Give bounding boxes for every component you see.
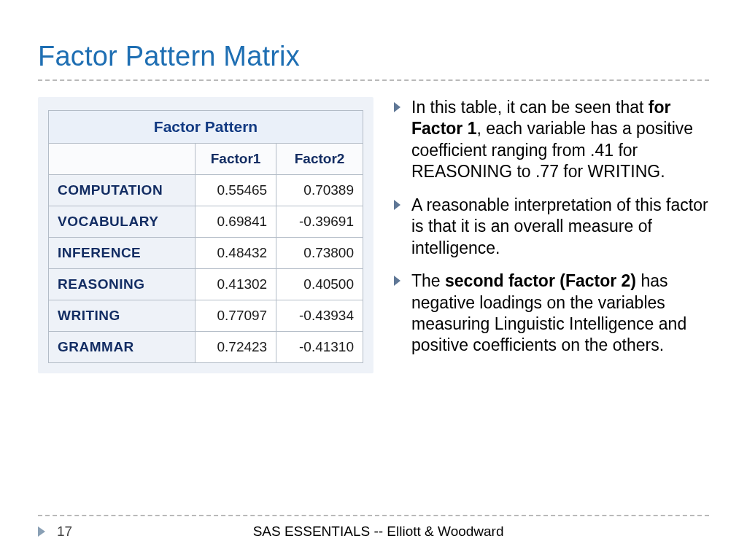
footer: 17 SAS ESSENTIALS -- Elliott & Woodward — [38, 515, 709, 540]
left-column: Factor Pattern Factor1 Factor2 COMPUTATI… — [38, 97, 374, 373]
row-label: REASONING — [49, 269, 196, 300]
table-header-row: Factor1 Factor2 — [49, 144, 363, 175]
cell-f2: 0.73800 — [276, 238, 363, 269]
table-header-blank — [49, 144, 196, 175]
text: In this table, it can be seen that — [411, 98, 649, 117]
title-divider — [38, 79, 709, 81]
cell-f1: 0.77097 — [195, 300, 276, 332]
row-label: WRITING — [49, 300, 196, 332]
table-row: VOCABULARY 0.69841 -0.39691 — [49, 206, 363, 238]
table-row: COMPUTATION 0.55465 0.70389 — [49, 175, 363, 206]
slide: Factor Pattern Matrix Factor Pattern Fac… — [0, 0, 747, 560]
table-caption-row: Factor Pattern — [49, 111, 363, 144]
page-number: 17 — [57, 524, 72, 540]
cell-f1: 0.69841 — [195, 206, 276, 238]
cell-f1: 0.41302 — [195, 269, 276, 300]
cell-f1: 0.72423 — [195, 332, 276, 363]
table-caption: Factor Pattern — [49, 111, 363, 144]
table-row: INFERENCE 0.48432 0.73800 — [49, 238, 363, 269]
chevron-right-icon — [38, 526, 45, 537]
footer-divider — [38, 515, 709, 516]
row-label: GRAMMAR — [49, 332, 196, 363]
table-row: WRITING 0.77097 -0.43934 — [49, 300, 363, 332]
table-row: GRAMMAR 0.72423 -0.41310 — [49, 332, 363, 363]
content-row: Factor Pattern Factor1 Factor2 COMPUTATI… — [38, 97, 709, 373]
row-label: COMPUTATION — [49, 175, 196, 206]
footer-source: SAS ESSENTIALS -- Elliott & Woodward — [101, 524, 655, 540]
slide-title: Factor Pattern Matrix — [38, 41, 709, 72]
bullet-list: In this table, it can be seen that for F… — [391, 97, 709, 357]
text: A reasonable interpretation of this fact… — [411, 195, 708, 257]
table-header-f2: Factor2 — [276, 144, 363, 175]
table-container: Factor Pattern Factor1 Factor2 COMPUTATI… — [38, 97, 374, 373]
bullet-item-3: The second factor (Factor 2) has negativ… — [391, 271, 709, 357]
bullet-item-1: In this table, it can be seen that for F… — [391, 97, 709, 183]
cell-f2: 0.40500 — [276, 269, 363, 300]
right-column: In this table, it can be seen that for F… — [391, 97, 709, 373]
cell-f1: 0.48432 — [195, 238, 276, 269]
cell-f2: -0.41310 — [276, 332, 363, 363]
table-header-f1: Factor1 — [195, 144, 276, 175]
cell-f2: -0.39691 — [276, 206, 363, 238]
footer-row: 17 SAS ESSENTIALS -- Elliott & Woodward — [38, 524, 709, 540]
text-bold: second factor (Factor 2) — [445, 271, 636, 290]
row-label: INFERENCE — [49, 238, 196, 269]
text: The — [411, 271, 445, 290]
cell-f1: 0.55465 — [195, 175, 276, 206]
row-label: VOCABULARY — [49, 206, 196, 238]
table-row: REASONING 0.41302 0.40500 — [49, 269, 363, 300]
factor-pattern-table: Factor Pattern Factor1 Factor2 COMPUTATI… — [48, 110, 363, 363]
cell-f2: -0.43934 — [276, 300, 363, 332]
bullet-item-2: A reasonable interpretation of this fact… — [391, 195, 709, 259]
cell-f2: 0.70389 — [276, 175, 363, 206]
